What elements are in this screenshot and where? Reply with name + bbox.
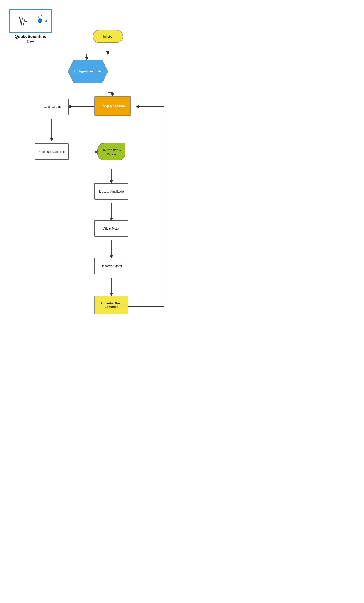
svg-text:Configuração Inicial: Configuração Inicial (73, 69, 102, 73)
node-countdown: Countdown 5 para 1 (97, 143, 125, 161)
logo-box (9, 9, 52, 33)
node-ativar: Ativar Motor (94, 220, 129, 237)
node-desativar: Desativar Motor (94, 258, 129, 274)
language-label: C++ (27, 40, 34, 44)
logo-svg (12, 12, 49, 30)
node-ler-bt: Ler Bluetooth (35, 99, 69, 115)
logo-area: QuakeScientific C++ (9, 9, 52, 44)
svg-point-6 (46, 20, 47, 22)
node-config: Configuração Inicial (68, 60, 108, 83)
node-processar: Processar Dados BT (35, 143, 69, 160)
company-name: QuakeScientific (14, 34, 46, 39)
node-amplitude: Mostrar Amplitude (94, 183, 129, 200)
node-aguardar: Aguardar Novo Comando (94, 296, 129, 314)
node-inicio: Início (93, 30, 123, 43)
flowchart-arrows (0, 0, 364, 603)
node-loop: Loop Principal (94, 96, 131, 116)
